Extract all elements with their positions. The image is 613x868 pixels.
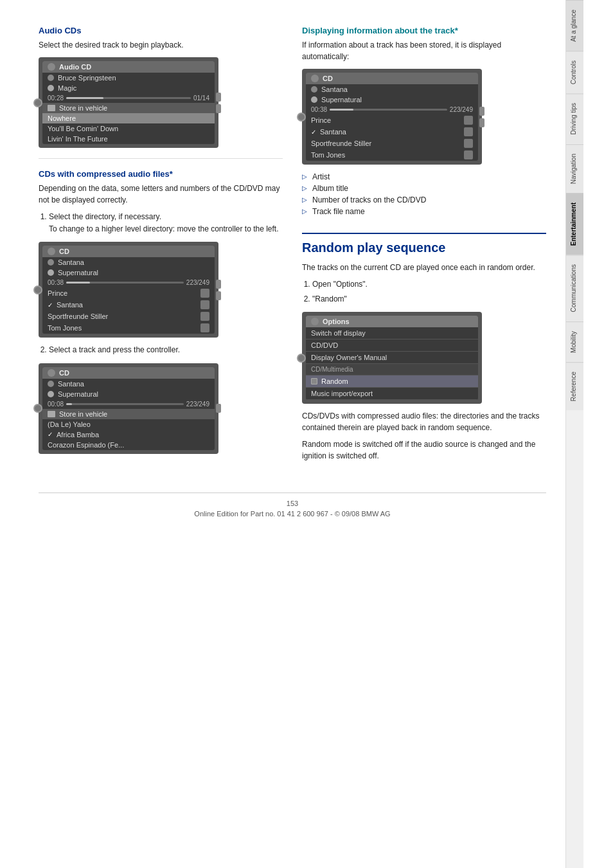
progress-fill-r bbox=[330, 109, 353, 111]
displaying-info-desc: If information about a track has been st… bbox=[302, 39, 546, 62]
progress-row-r: 00:38 223/249 bbox=[306, 105, 478, 114]
progress-fill-3 bbox=[66, 403, 72, 405]
artist-r: Santana bbox=[321, 86, 348, 93]
store-icon-3 bbox=[48, 411, 55, 417]
track-livin-label: Livin' In The Future bbox=[48, 135, 108, 143]
album-icon bbox=[48, 85, 54, 91]
screen-inner-r: CD Santana Supernatural 00:38 bbox=[306, 73, 478, 161]
store-in-vehicle-row: Store in vehicle bbox=[42, 103, 215, 113]
random-checkbox bbox=[311, 378, 317, 384]
screen-titlebar-3: CD bbox=[42, 367, 215, 379]
random-play-section: Random play sequence The tracks on the c… bbox=[302, 233, 546, 462]
row-santana-checked-r: ✓ Santana bbox=[306, 126, 478, 138]
step2-item: Select a track and press the controller. bbox=[49, 344, 283, 356]
track-comin-down: You'll Be Comin' Down bbox=[42, 123, 215, 134]
left-knob-2 bbox=[33, 285, 42, 294]
screen-title-r: CD bbox=[323, 75, 333, 82]
audio-cds-heading: Audio CDs bbox=[39, 26, 283, 35]
progress-track-r bbox=[330, 109, 447, 111]
track-number-3: 223/249 bbox=[186, 401, 209, 408]
check-mark: ✓ bbox=[48, 302, 53, 309]
current-time: 00:28 bbox=[48, 95, 64, 102]
side-btn-up-3 bbox=[216, 404, 221, 413]
sidebar-tab-mobility[interactable]: Mobility bbox=[566, 321, 583, 362]
random-step-2: "Random" bbox=[312, 293, 546, 305]
row-supernatural: Supernatural bbox=[42, 267, 215, 278]
folder-tom-r bbox=[464, 150, 473, 159]
audio-cds-description: Select the desired track to begin playba… bbox=[39, 39, 283, 51]
copyright-text: Online Edition for Part no. 01 41 2 600 … bbox=[39, 510, 546, 518]
sidebar-tab-controls[interactable]: Controls bbox=[566, 51, 583, 93]
side-buttons-r bbox=[479, 107, 484, 127]
check-mark-3: ✓ bbox=[48, 431, 53, 438]
options-screen: Options Switch off display CD/DVD Displa… bbox=[302, 312, 482, 404]
bullet-track-name: Track file name bbox=[302, 206, 546, 217]
step1-sub: To change to a higher level directory: m… bbox=[49, 224, 279, 233]
album-icon-3 bbox=[48, 391, 54, 397]
screen-titlebar-2: CD bbox=[42, 246, 215, 257]
step2-text: Select a track and press the controller. bbox=[49, 345, 180, 354]
artist-3: Santana bbox=[58, 380, 84, 388]
step1-text: Select the directory, if necessary. bbox=[49, 212, 161, 221]
cd-icon bbox=[48, 63, 55, 71]
santana-r: Santana bbox=[320, 128, 346, 136]
options-inner: Options Switch off display CD/DVD Displa… bbox=[306, 316, 478, 400]
prince-r: Prince bbox=[311, 116, 331, 124]
sportfreunde-label: Sportfreunde Stiller bbox=[48, 312, 108, 320]
row-sport-r: Sportfreunde Stiller bbox=[306, 138, 478, 149]
screen-titlebar-r: CD bbox=[306, 73, 478, 84]
africa-label: Africa Bamba bbox=[57, 431, 99, 439]
sidebar-tab-driving-tips[interactable]: Driving tips bbox=[566, 93, 583, 143]
page-number: 153 bbox=[39, 500, 546, 507]
track-livin: Livin' In The Future bbox=[42, 134, 215, 144]
progress-row: 00:28 01/14 bbox=[42, 93, 215, 103]
random-step-1-text: Open "Options". bbox=[312, 280, 368, 289]
tomjones-label: Tom Jones bbox=[48, 324, 82, 332]
row-supernatural-3: Supernatural bbox=[42, 389, 215, 399]
track-nowhere: Nowhere bbox=[42, 113, 215, 123]
album-name: Magic bbox=[58, 84, 76, 92]
album-icon-r bbox=[311, 96, 317, 103]
store-row-3: Store in vehicle bbox=[42, 409, 215, 419]
screen-row-artist: Bruce Springsteen bbox=[42, 73, 215, 83]
random-play-heading: Random play sequence bbox=[302, 233, 546, 255]
audio-cd-screen: Audio CD Bruce Springsteen Magic 00:28 bbox=[39, 57, 218, 148]
sidebar-tab-reference[interactable]: Reference bbox=[566, 362, 583, 410]
row-corazon: Corazon Espinado (Fe... bbox=[42, 440, 215, 450]
sidebar-tab-communications[interactable]: Communications bbox=[566, 255, 583, 321]
folder-icon-sport bbox=[200, 312, 209, 321]
compressed-audio-section: CDs with compressed audio files* Dependi… bbox=[39, 169, 283, 454]
side-buttons-3 bbox=[216, 404, 221, 413]
folder-icon-santana bbox=[200, 300, 209, 309]
check-r: ✓ bbox=[311, 129, 316, 136]
side-btn-r-2 bbox=[479, 118, 484, 127]
sidebar-tab-entertainment[interactable]: Entertainment bbox=[566, 193, 583, 255]
left-column: Audio CDs Select the desired track to be… bbox=[39, 26, 283, 467]
side-btn-down bbox=[216, 104, 221, 113]
side-btn-down-2 bbox=[216, 291, 221, 300]
album-r: Supernatural bbox=[321, 96, 362, 104]
bullet-track-count: Number of tracks on the CD/DVD bbox=[302, 194, 546, 206]
sidebar-tab-at-a-glance[interactable]: At a glance bbox=[566, 0, 583, 51]
artist-2: Santana bbox=[58, 258, 84, 266]
opt-music-import: Music import/export bbox=[306, 388, 478, 400]
left-knob bbox=[33, 98, 42, 107]
random-steps: Open "Options". "Random" bbox=[312, 278, 546, 305]
heading-text: Displaying information about the track* bbox=[302, 26, 458, 35]
folder-icon-prince bbox=[200, 289, 209, 298]
row-santana-checked: ✓ Santana bbox=[42, 299, 215, 311]
artist-icon-3 bbox=[48, 381, 54, 387]
left-knob-r bbox=[297, 113, 306, 122]
cd-icon-3 bbox=[48, 369, 55, 377]
progress-track bbox=[66, 97, 191, 99]
bullet-album-title: Album title bbox=[302, 183, 546, 194]
artist-icon-2 bbox=[48, 259, 54, 266]
sidebar-tab-navigation[interactable]: Navigation bbox=[566, 144, 583, 193]
random-label: Random bbox=[321, 377, 348, 385]
row-santana-artist: Santana bbox=[42, 257, 215, 267]
info-bullet-list: Artist Album title Number of tracks on t… bbox=[302, 171, 546, 217]
bullet-artist: Artist bbox=[302, 171, 546, 183]
row-santana-3: Santana bbox=[42, 379, 215, 389]
row-tomjones: Tom Jones bbox=[42, 322, 215, 334]
album-icon-2 bbox=[48, 269, 54, 276]
